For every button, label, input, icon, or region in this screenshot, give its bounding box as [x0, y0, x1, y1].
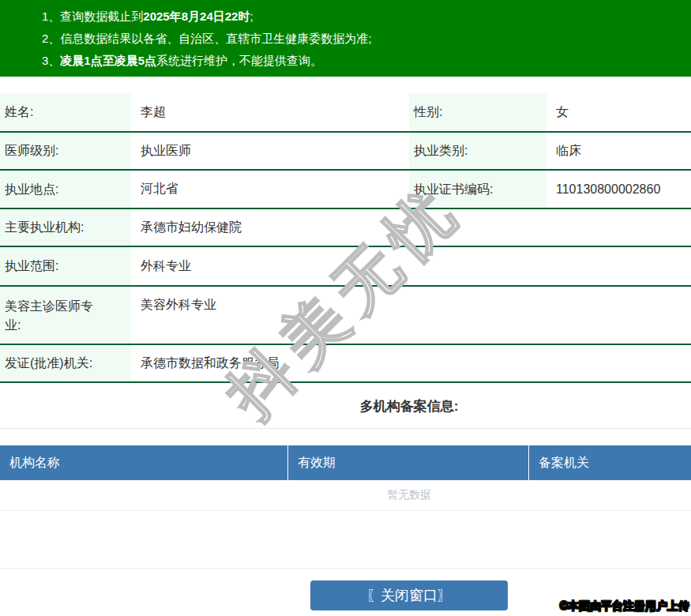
field-label-certificate-code: 执业证书编码:	[409, 171, 546, 208]
notice-banner: 1、查询数据截止到2025年8月24日22时; 2、信息数据结果以各省、自治区、…	[0, 0, 691, 77]
field-value-certificate-code: 110130800002860	[546, 171, 691, 208]
notice-item: 3、凌晨1点至凌晨5点系统进行维护，不能提供查询。	[42, 50, 691, 72]
field-label-practice-category: 执业类别:	[409, 133, 546, 169]
notice-item: 1、查询数据截止到2025年8月24日22时;	[42, 6, 691, 28]
notice-number: 2、	[42, 32, 60, 45]
table-row: 执业地点: 河北省 执业证书编码: 110130800002860	[0, 171, 691, 209]
practitioner-info-table: 姓名: 李超 性别: 女 医师级别: 执业医师 执业类别: 临床	[0, 93, 691, 383]
notice-text: 信息数据结果以各省、自治区、直辖市卫生健康委数据为准;	[60, 32, 371, 45]
field-value-cosmetic-specialty: 美容外科专业	[131, 287, 691, 344]
field-label-practice-scope: 执业范围:	[0, 247, 131, 285]
field-label-doctor-level: 医师级别:	[0, 133, 131, 169]
field-label-cosmetic-specialty: 美容主诊医师专业:	[0, 287, 131, 344]
field-value-practice-category: 临床	[546, 133, 691, 169]
registration-table-header: 机构名称 有效期 备案机关	[0, 445, 691, 480]
column-header-registration-authority: 备案机关	[529, 445, 691, 480]
field-value-name: 李超	[131, 93, 409, 131]
field-label-main-institution: 主要执业机构:	[0, 209, 131, 246]
table-row: 执业范围: 外科专业	[0, 247, 691, 287]
field-label-issuing-authority: 发证(批准)机关:	[0, 345, 131, 381]
field-value-issuing-authority: 承德市数据和政务服务局	[131, 345, 691, 381]
close-window-button[interactable]: 〖关闭窗口〗	[310, 580, 508, 610]
field-label-name: 姓名:	[0, 93, 131, 131]
notice-number: 1、	[42, 9, 60, 23]
table-row: 医师级别: 执业医师 执业类别: 临床	[0, 133, 691, 171]
notice-text: 系统进行维护，不能提供查询。	[156, 54, 322, 67]
notice-text: ;	[250, 9, 253, 23]
field-value-practice-location: 河北省	[131, 171, 409, 208]
empty-data-text: 暂无数据	[0, 480, 691, 511]
field-label-gender: 性别:	[409, 93, 546, 131]
field-value-doctor-level: 执业医师	[131, 133, 409, 169]
notice-text: 查询数据截止到	[60, 9, 143, 23]
table-row: 主要执业机构: 承德市妇幼保健院	[0, 209, 691, 247]
table-row: 美容主诊医师专业: 美容外科专业	[0, 287, 691, 345]
divider-line	[0, 428, 691, 429]
column-header-institution-name: 机构名称	[0, 445, 288, 480]
page: 1、查询数据截止到2025年8月24日22时; 2、信息数据结果以各省、自治区、…	[0, 0, 691, 616]
field-value-main-institution: 承德市妇幼保健院	[131, 209, 691, 246]
column-header-validity-period: 有效期	[288, 445, 529, 480]
divider-line	[0, 568, 691, 569]
section-title-multi-institution: 多机构备案信息:	[0, 399, 691, 415]
notice-bold-text: 2025年8月24日22时	[143, 9, 250, 23]
notice-bold-text: 凌晨1点至凌晨5点	[60, 54, 156, 67]
field-label-practice-location: 执业地点:	[0, 171, 131, 208]
content-container: 姓名: 李超 性别: 女 医师级别: 执业医师 执业类别: 临床	[0, 93, 691, 610]
notice-number: 3、	[42, 54, 60, 67]
field-value-practice-scope: 外科专业	[131, 247, 691, 285]
table-row: 姓名: 李超 性别: 女	[0, 93, 691, 133]
field-value-gender: 女	[546, 93, 691, 131]
table-row: 发证(批准)机关: 承德市数据和政务服务局	[0, 345, 691, 383]
notice-item: 2、信息数据结果以各省、自治区、直辖市卫生健康委数据为准;	[42, 28, 691, 50]
